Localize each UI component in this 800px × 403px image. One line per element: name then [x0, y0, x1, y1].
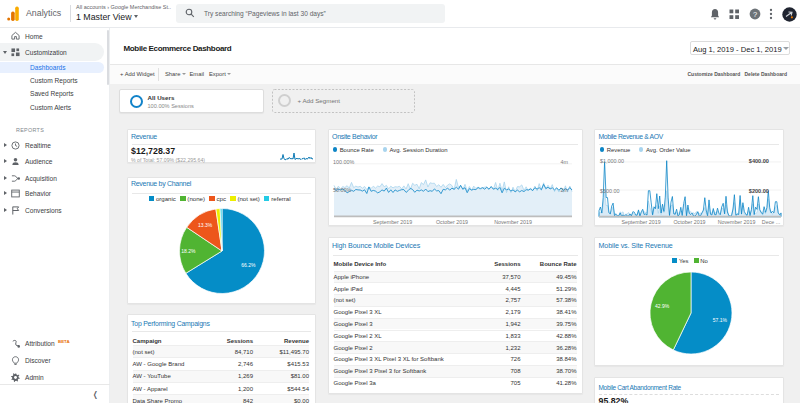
svg-text:?: ? [753, 10, 757, 19]
